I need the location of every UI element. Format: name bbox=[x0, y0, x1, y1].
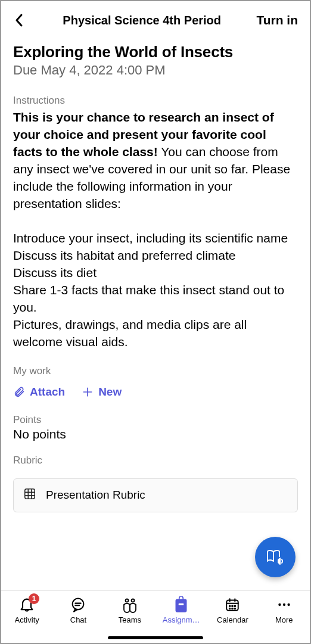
header: Physical Science 4th Period Turn in bbox=[1, 1, 310, 35]
new-button[interactable]: New bbox=[82, 385, 122, 399]
content: Exploring the World of Insects Due May 4… bbox=[1, 35, 310, 590]
svg-point-19 bbox=[235, 605, 236, 606]
svg-point-20 bbox=[229, 608, 231, 609]
more-icon bbox=[276, 597, 292, 612]
rubric-name: Presentation Rubric bbox=[46, 489, 145, 502]
instruction-line: Discuss its diet bbox=[13, 266, 97, 279]
home-indicator bbox=[108, 636, 203, 639]
paperclip-icon bbox=[13, 386, 25, 398]
tab-label: Assignm… bbox=[163, 615, 200, 624]
tab-more[interactable]: More bbox=[259, 596, 310, 643]
tab-label: Chat bbox=[70, 615, 86, 624]
immersive-reader-button[interactable] bbox=[255, 537, 296, 577]
new-label: New bbox=[98, 385, 122, 399]
instruction-line: Share 1-3 facts that make this insect st… bbox=[13, 283, 284, 314]
svg-point-17 bbox=[229, 605, 231, 606]
tab-label: Activity bbox=[15, 615, 39, 624]
my-work-label: My work bbox=[13, 365, 298, 377]
calendar-icon bbox=[225, 597, 240, 612]
svg-point-25 bbox=[287, 603, 290, 606]
chat-icon bbox=[70, 596, 86, 613]
tab-label: Teams bbox=[119, 615, 141, 624]
svg-point-18 bbox=[232, 605, 234, 606]
svg-point-7 bbox=[73, 599, 84, 610]
rubric-label: Rubric bbox=[13, 455, 298, 466]
activity-badge: 1 bbox=[29, 593, 39, 604]
grid-icon bbox=[23, 487, 36, 503]
svg-point-21 bbox=[232, 608, 234, 609]
instruction-line: Pictures, drawings, and media clips are … bbox=[13, 318, 247, 349]
instructions-label: Instructions bbox=[13, 95, 298, 107]
attach-button[interactable]: Attach bbox=[13, 385, 65, 399]
tab-chat[interactable]: Chat bbox=[52, 596, 104, 643]
attach-label: Attach bbox=[30, 385, 65, 399]
plus-icon bbox=[82, 386, 94, 398]
tab-activity[interactable]: 1 Activity bbox=[1, 596, 52, 643]
teams-icon bbox=[121, 596, 139, 613]
tab-calendar[interactable]: Calendar bbox=[207, 596, 258, 643]
svg-point-22 bbox=[235, 608, 236, 609]
assignments-icon bbox=[173, 596, 189, 613]
svg-point-24 bbox=[283, 603, 285, 606]
svg-rect-12 bbox=[179, 603, 184, 605]
turn-in-button[interactable]: Turn in bbox=[256, 13, 300, 27]
book-audio-icon bbox=[265, 547, 285, 567]
svg-rect-2 bbox=[25, 489, 35, 499]
chevron-left-icon bbox=[14, 13, 24, 27]
due-date: Due May 4, 2022 4:00 PM bbox=[13, 63, 298, 78]
assignment-title: Exploring the World of Insects bbox=[13, 43, 298, 61]
instruction-line: Introduce your insect, including its sci… bbox=[13, 231, 288, 245]
back-button[interactable] bbox=[11, 12, 27, 29]
svg-point-10 bbox=[125, 599, 128, 602]
svg-point-23 bbox=[278, 603, 281, 606]
instruction-line: Discuss its habitat and preferred climat… bbox=[13, 248, 236, 262]
tab-label: More bbox=[275, 615, 293, 624]
points-value: No points bbox=[13, 427, 298, 441]
work-actions: Attach New bbox=[13, 385, 298, 399]
tab-bar: 1 Activity Chat Teams Assignm… Calendar … bbox=[1, 590, 310, 643]
tab-label: Calendar bbox=[217, 615, 248, 624]
rubric-row[interactable]: Presentation Rubric bbox=[13, 478, 298, 512]
points-label: Points bbox=[13, 414, 298, 426]
svg-point-11 bbox=[131, 599, 134, 602]
instructions-body: This is your chance to research an insec… bbox=[13, 109, 298, 351]
page-title: Physical Science 4th Period bbox=[27, 14, 256, 27]
